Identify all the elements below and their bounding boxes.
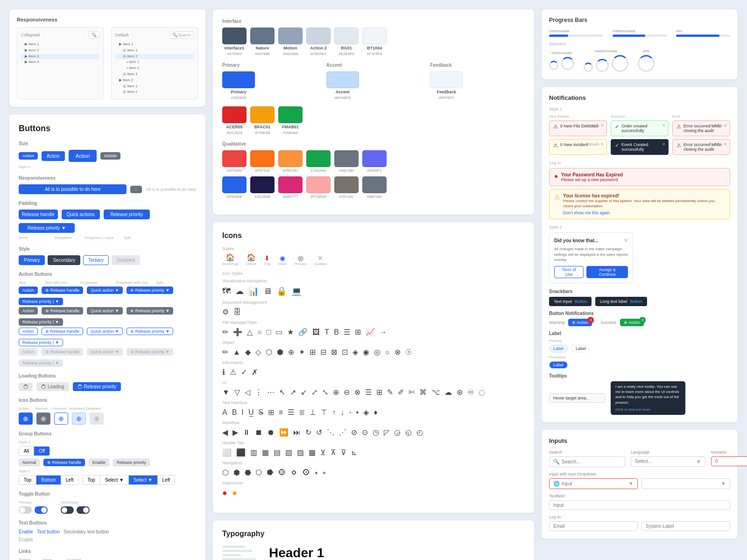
group-btn-all[interactable]: All (19, 447, 34, 455)
btn-large[interactable]: Action (69, 150, 97, 162)
login-password-input[interactable] (646, 524, 726, 529)
btn-small-sec[interactable]: Mobile (100, 152, 120, 160)
login-password-field[interactable] (641, 521, 730, 531)
toggle-off[interactable] (19, 506, 32, 514)
textfield-input[interactable] (553, 503, 726, 508)
btn-small[interactable]: Action (19, 152, 38, 160)
action-btn-14[interactable]: ⊕ Release priority ▼ (127, 328, 173, 335)
group-style1-rel[interactable]: Release priority (113, 459, 150, 466)
snackbar-action1[interactable]: Button (575, 299, 587, 304)
text-btn-secondary[interactable]: Secondary text button (63, 529, 109, 534)
group-btn-off[interactable]: Off (34, 447, 49, 455)
icon-btn-active[interactable]: ⊕ (19, 413, 33, 425)
btn-pad-none[interactable]: Release handle (19, 210, 58, 219)
loading-btn-2[interactable]: Loading (36, 382, 69, 391)
action-btn-11[interactable]: Action (19, 328, 38, 335)
toggle-secondary-ctrl[interactable] (61, 506, 90, 514)
language-field[interactable]: ▼ (631, 456, 705, 467)
action-btn-9[interactable]: ⊕ Release priority ▼ (127, 307, 173, 315)
group-style1-primary[interactable]: ⊕ Release handle (43, 459, 85, 466)
btn-pad-mid[interactable]: Quick actions (62, 210, 100, 219)
numeric-field[interactable] (711, 456, 747, 466)
progress-info-label: Info (676, 29, 730, 33)
action-btn-2[interactable]: ⊕ Release handle (42, 287, 83, 294)
icon-w12: ⊘ (351, 428, 357, 437)
textfield-field[interactable] (549, 500, 730, 510)
progress-det-label: Determinate (549, 29, 603, 33)
action-btn-12[interactable]: ⊕ Release handle (42, 328, 83, 335)
search-field[interactable]: 🔍 (549, 456, 625, 467)
icon-dropdown-field2[interactable]: ▼ (641, 478, 730, 489)
action-btn-7[interactable]: ⊕ Release handle (42, 307, 83, 315)
group2-left[interactable]: Left (61, 476, 78, 484)
toast-close5[interactable]: ✕ (662, 142, 666, 147)
group2-select-active[interactable]: Select ▼ (129, 476, 157, 484)
resp-btn-all[interactable]: All is to possible to do here (19, 184, 127, 194)
icon-dropdown-input[interactable] (562, 481, 627, 486)
btn-pad-large[interactable]: Release priority (104, 210, 150, 219)
resp-btn-icon[interactable]: ⋮ (130, 186, 142, 193)
icon-btn-focused[interactable]: ⊕ (54, 413, 68, 425)
toast-close2[interactable]: ✕ (662, 123, 666, 128)
action-btn-1[interactable]: Action (19, 287, 38, 294)
btn-medium[interactable]: Action (42, 151, 65, 161)
typo-h1: Header 1 (269, 546, 525, 560)
dialog-accept-btn[interactable]: Accept & Continue (586, 266, 628, 278)
dialog-close[interactable]: ✕ (624, 238, 628, 244)
toast-close6[interactable]: Details ✕ (710, 142, 727, 147)
icon-btn-activated[interactable]: ⊕ (72, 413, 86, 425)
style-primary[interactable]: Primary (19, 255, 45, 265)
toast-close3[interactable]: Details ✕ (710, 123, 727, 128)
action-btn-5[interactable]: Release priority | ▼ (19, 298, 63, 305)
action-btn-8[interactable]: Quick action ▼ (87, 307, 123, 315)
action-btn-13[interactable]: Quick action ▼ (87, 328, 123, 335)
toast-close4[interactable]: Details ✕ (586, 142, 604, 147)
login-email-field[interactable] (549, 521, 638, 531)
toggle-dark-off[interactable] (61, 506, 74, 514)
group-style1-enable[interactable]: Enable (89, 459, 109, 466)
icon-dropdown-field[interactable]: 🌐 ▼ (549, 478, 638, 489)
search-input[interactable] (562, 459, 621, 464)
action-btn-10[interactable]: Release priority | ▼ (19, 318, 63, 326)
login-email-input[interactable] (553, 524, 634, 529)
text-btn-enable[interactable]: Enable (19, 529, 33, 534)
dialog-terms-btn[interactable]: Term of Use (554, 266, 584, 278)
icon-dropdown-input2[interactable] (646, 481, 719, 486)
icon-circle: ○ (257, 328, 262, 336)
icon-btn-normal[interactable]: ⊕ (36, 413, 50, 425)
inline-warning-action[interactable]: Don't show me this again (563, 210, 725, 215)
action-btn-4[interactable]: ⊕ Release priority ▼ (127, 287, 173, 294)
toast-close1[interactable]: Details ✕ (586, 123, 604, 128)
style-tertiary[interactable]: Tertiary (83, 255, 109, 265)
group2-top2[interactable]: Top (83, 476, 100, 484)
loading-btn-3[interactable]: Release priority (73, 382, 121, 391)
group2-select[interactable]: Select ▼ (100, 476, 129, 484)
action-btn-15[interactable]: Release priority | ▼ (19, 339, 63, 346)
icon-state-disabled: ✕ Disabled (314, 255, 326, 266)
icon-obj13: ◈ (352, 348, 358, 357)
snackbar-action2[interactable]: Button (630, 299, 642, 304)
language-input[interactable] (635, 459, 694, 464)
search-mock-default[interactable]: 🔍 Search (169, 31, 194, 39)
group-style1-normal[interactable]: Normal (19, 459, 40, 466)
tooltip-link[interactable]: Click to find out more (615, 407, 681, 412)
group2-bottom[interactable]: Bottom (36, 476, 61, 484)
style-secondary[interactable]: Secondary (48, 255, 80, 265)
icon-t4: U̲ (248, 408, 254, 417)
tooltip-trigger[interactable]: Hover target area... (549, 393, 605, 403)
action-btn-3[interactable]: Quick action ▼ (87, 287, 123, 294)
btn-pad-split[interactable]: Release priority ▼ (19, 223, 75, 233)
toggle-primary-ctrl[interactable] (19, 506, 48, 514)
typo-right: Header 1 Header 2 Header 3 (269, 546, 525, 560)
group2-top[interactable]: Top (19, 476, 36, 484)
search-mock-collapsed[interactable]: 🔍 (89, 31, 99, 39)
loading-btn-1[interactable] (19, 383, 33, 391)
text-btn-text[interactable]: Text button (37, 529, 60, 534)
toggle-on[interactable] (35, 506, 48, 514)
group2-left2[interactable]: Left (158, 476, 175, 484)
link-disabled-lbl: Disabled (66, 558, 81, 560)
swatch-interface3: Motion #94A3B8 (278, 28, 303, 56)
numeric-input[interactable] (715, 459, 747, 464)
action-btn-6[interactable]: Action (19, 307, 38, 315)
toggle-dark-on[interactable] (77, 506, 90, 514)
